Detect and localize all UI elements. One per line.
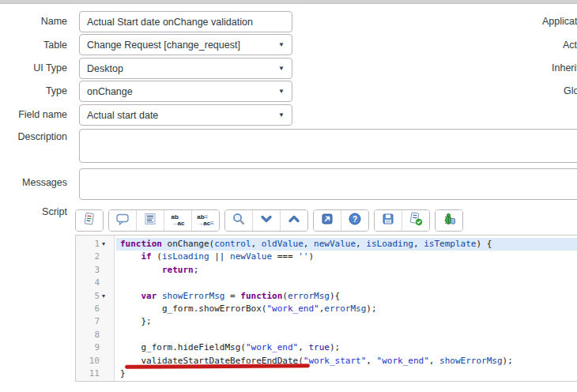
line-number: 5 <box>76 290 100 303</box>
script-editor[interactable]: 1▾function onChange(control, oldValue, n… <box>75 235 577 382</box>
code-text[interactable]: if (isLoading || newValue === '') <box>116 251 577 263</box>
syntax-check-button[interactable] <box>402 210 429 231</box>
chevron-down-icon: ▼ <box>278 104 285 126</box>
line-number: 11 <box>76 368 100 380</box>
code-line: 11} <box>76 368 577 380</box>
search-button[interactable] <box>225 210 252 231</box>
fold-gutter <box>100 329 116 341</box>
client-script-form: Name Table UI Type Type Field name Descr… <box>0 0 577 392</box>
table-label: Table <box>0 39 67 51</box>
replace-all-button[interactable]: ab≡→ac≡ <box>191 210 219 231</box>
toggle-comment-button[interactable] <box>109 210 136 231</box>
messages-label: Messages <box>0 176 67 189</box>
line-number: 9 <box>76 341 100 354</box>
type-select[interactable]: onChange ▼ <box>79 81 292 102</box>
script-toolbar: ab→acab≡→ac≡? <box>75 209 463 232</box>
debug-button[interactable] <box>436 210 462 231</box>
description-textarea[interactable] <box>79 129 577 163</box>
code-line: 6 g_form.showErrorBox("work_end",errorMs… <box>76 303 577 315</box>
top-border-strip <box>0 0 577 4</box>
fold-gutter <box>100 251 116 263</box>
find-next-button[interactable] <box>252 210 280 231</box>
line-number: 4 <box>76 277 100 289</box>
chevron-down-icon: ▼ <box>278 34 285 55</box>
chevron-down-icon: ▼ <box>278 81 285 102</box>
toolbar-group <box>224 209 308 232</box>
fold-gutter <box>100 368 116 380</box>
save-button[interactable] <box>375 210 402 231</box>
fold-gutter <box>100 303 116 315</box>
code-line: 2 if (isLoading || newValue === '') <box>76 251 577 263</box>
ui-type-label: UI Type <box>0 62 67 74</box>
help-icon: ? <box>348 212 362 229</box>
code-text[interactable]: var showErrorMsg = function(errorMsg){ <box>116 290 577 303</box>
code-line: 8 <box>76 329 577 341</box>
svg-text:?: ? <box>353 215 357 224</box>
code-line: 1▾function onChange(control, oldValue, n… <box>76 238 577 251</box>
fold-gutter <box>100 355 116 368</box>
code-text[interactable]: function onChange(control, oldValue, new… <box>116 238 577 251</box>
table-select[interactable]: Change Request [change_request] ▼ <box>79 34 292 55</box>
application-label: Application <box>542 15 577 28</box>
open-in-window-button[interactable] <box>314 210 341 231</box>
name-input[interactable] <box>79 11 292 32</box>
ui-type-select-value: Desktop <box>87 63 123 74</box>
code-text[interactable]: g_form.hideFieldMsg("work_end", true); <box>116 341 577 354</box>
comment-icon <box>115 212 130 229</box>
line-number: 6 <box>76 303 100 315</box>
script-label: Script <box>0 205 67 218</box>
fold-arrow-icon[interactable]: ▾ <box>100 290 116 303</box>
format-code-button[interactable] <box>136 210 164 231</box>
field-name-select[interactable]: Actual start date ▼ <box>79 104 292 126</box>
name-label: Name <box>0 15 67 28</box>
line-number: 2 <box>76 251 100 263</box>
active-label: Active <box>563 39 577 51</box>
code-line: 7 }; <box>76 315 577 328</box>
toolbar-group <box>75 209 104 232</box>
code-text[interactable] <box>116 329 577 341</box>
fold-gutter <box>100 264 116 277</box>
fold-gutter <box>100 341 116 354</box>
code-line: 3 return; <box>76 264 577 277</box>
line-number: 3 <box>76 264 100 277</box>
replace-button[interactable]: ab→ac <box>164 210 191 231</box>
description-label: Description <box>0 130 67 143</box>
type-label: Type <box>0 85 67 97</box>
script-icon <box>82 212 96 229</box>
line-number: 7 <box>76 315 100 328</box>
messages-textarea[interactable] <box>79 168 577 200</box>
code-text[interactable]: g_form.showErrorBox("work_end",errorMsg)… <box>116 303 577 315</box>
find-previous-button[interactable] <box>280 210 307 231</box>
search-icon <box>232 212 246 229</box>
help-button[interactable]: ? <box>341 210 368 231</box>
toolbar-group: ab→acab≡→ac≡ <box>108 209 220 232</box>
line-number: 1 <box>76 238 100 251</box>
script-macro-button[interactable] <box>76 210 103 231</box>
chevron-down-icon <box>259 212 273 229</box>
fold-arrow-icon[interactable]: ▾ <box>100 238 116 251</box>
line-number: 10 <box>76 355 100 368</box>
fold-gutter <box>100 277 116 289</box>
syntax-check-icon <box>409 212 423 229</box>
inherited-label: Inherited <box>552 62 577 74</box>
fold-gutter <box>100 315 116 328</box>
save-icon <box>381 212 395 229</box>
toolbar-group: ? <box>313 209 369 232</box>
format-icon <box>143 212 157 229</box>
code-text[interactable]: return; <box>116 264 577 277</box>
code-text[interactable]: }; <box>116 315 577 328</box>
bug-icon <box>442 212 456 229</box>
ui-type-select[interactable]: Desktop ▼ <box>79 58 292 79</box>
toolbar-group <box>374 209 430 232</box>
code-text[interactable] <box>116 277 577 289</box>
chevron-down-icon: ▼ <box>278 58 285 79</box>
code-line: 4 <box>76 277 577 289</box>
pop-out-icon <box>320 212 334 229</box>
code-area[interactable]: 1▾function onChange(control, oldValue, n… <box>76 238 577 380</box>
type-select-value: onChange <box>87 86 133 97</box>
code-text[interactable]: } <box>116 368 577 380</box>
toolbar-group <box>435 209 463 232</box>
line-number: 8 <box>76 329 100 341</box>
global-label: Global <box>564 85 577 97</box>
field-name-label: Field name <box>0 108 67 121</box>
